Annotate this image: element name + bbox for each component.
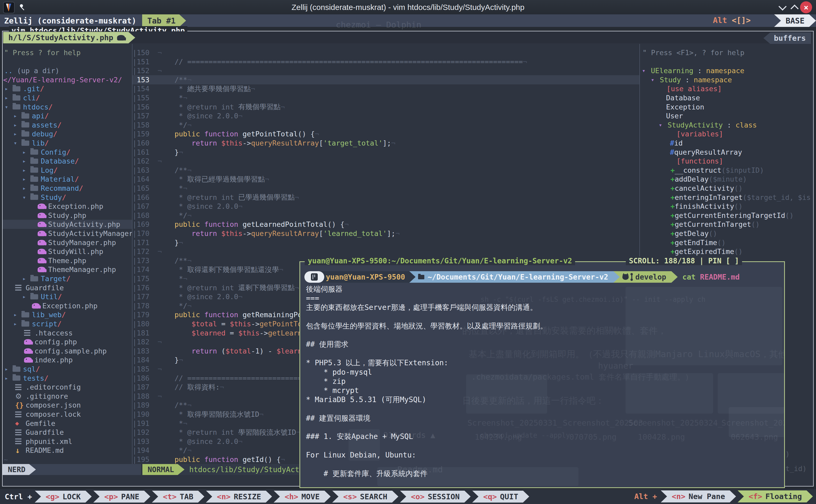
- tree-item[interactable]: composer.lock: [3, 410, 132, 419]
- code-line[interactable]: |160 return $this->queryResultArray['tar…: [132, 138, 639, 148]
- tree-item[interactable]: StudyActivity.php: [3, 220, 132, 229]
- code-line[interactable]: |154 * 總共要學幾個學習點¬: [132, 84, 639, 93]
- code-line[interactable]: |152 ¬: [132, 66, 639, 75]
- tree-item[interactable]: Guardfile: [3, 283, 132, 292]
- code-line[interactable]: |161 }¬: [132, 148, 639, 157]
- tree-item[interactable]: ▸Material/: [3, 175, 132, 184]
- tree-item[interactable]: ▸sql/: [3, 364, 132, 374]
- tree-item[interactable]: ▸script/: [3, 319, 132, 328]
- floating-terminal-pane[interactable]: sh -c "$(curl -fsLS get.chezmoi.io)" -- …: [299, 261, 785, 488]
- code-line[interactable]: |162 ¬: [132, 157, 639, 166]
- code-line[interactable]: |167 * @since 2.0.0¬: [132, 202, 639, 211]
- tree-item[interactable]: ▸Config/: [3, 148, 132, 157]
- tagbar-item[interactable]: +finishActivity(): [640, 202, 812, 211]
- tree-item[interactable]: Exception.php: [3, 202, 132, 211]
- code-line[interactable]: |171 }¬: [132, 238, 639, 247]
- tree-item[interactable]: .editorconfig: [3, 383, 132, 392]
- tree-item[interactable]: ▸Target/: [3, 274, 132, 283]
- tagbar-item[interactable]: +getCurrentInTarget(): [640, 220, 812, 229]
- code-line[interactable]: |156 * @return int 有幾個學習點¬: [132, 102, 639, 112]
- code-line[interactable]: |165 *¬: [132, 184, 639, 193]
- tree-item[interactable]: StudyWill.php: [3, 247, 132, 256]
- tree-item[interactable]: {}composer.json: [3, 401, 132, 410]
- code-line[interactable]: 153 /**¬: [132, 75, 639, 84]
- tree-item[interactable]: Exception.php: [3, 301, 132, 310]
- tagbar-item[interactable]: [use aliases]: [640, 84, 812, 93]
- php-icon: [32, 303, 42, 309]
- code-line[interactable]: |172 ¬: [132, 247, 639, 256]
- code-line[interactable]: |151 // ================================…: [132, 57, 639, 66]
- code-line[interactable]: |166 * @return int 已學過幾個學習點¬: [132, 193, 639, 202]
- tree-item[interactable]: StudyActivityManager: [3, 229, 132, 238]
- tagbar-item[interactable]: +getEndTime(): [640, 238, 812, 247]
- tree-item[interactable]: " Press ? for help: [3, 48, 132, 57]
- tagbar-item[interactable]: [functions]: [640, 157, 812, 166]
- buffer-tab[interactable]: h/l/S/StudyActivity.php: [3, 32, 135, 43]
- tagbar-item[interactable]: +cancelActivity(): [640, 184, 812, 193]
- tree-item[interactable]: ~: [3, 455, 132, 464]
- tree-item[interactable]: ▸cli/: [3, 93, 132, 102]
- terminal-body[interactable]: sh -c "$(curl -fsLS get.chezmoi.io)" -- …: [300, 262, 784, 487]
- tree-item[interactable]: Theme.php: [3, 256, 132, 265]
- code-line[interactable]: |164 * 取得已經學過幾個學習點¬: [132, 175, 639, 184]
- code-line[interactable]: |170 return $this->queryResultArray['lea…: [132, 229, 639, 238]
- tagbar-item[interactable]: +addDelay($minute): [640, 175, 812, 184]
- tree-item[interactable]: index.php: [3, 355, 132, 364]
- code-line[interactable]: |155 *¬: [132, 93, 639, 102]
- tagbar-item[interactable]: Exception: [640, 102, 812, 112]
- code-line[interactable]: |150 ¬: [132, 48, 639, 57]
- code-line[interactable]: |168 */¬: [132, 211, 639, 220]
- tree-item[interactable]: .. (up a dir): [3, 66, 132, 75]
- tree-item[interactable]: ▸assets/: [3, 120, 132, 130]
- tree-item[interactable]: ▾Study/: [3, 193, 132, 202]
- tagbar-item[interactable]: ▾StudyActivity : class: [640, 120, 812, 130]
- close-icon[interactable]: ×: [800, 1, 812, 13]
- code-line[interactable]: |163 /**¬: [132, 166, 639, 175]
- tree-item[interactable]: ▸Util/: [3, 292, 132, 301]
- tagbar-item[interactable]: +getExpiredTime(): [640, 247, 812, 256]
- code-line[interactable]: |158 */¬: [132, 120, 639, 130]
- tagbar-item[interactable]: Database: [640, 93, 812, 102]
- floating-pane-title[interactable]: yuan@Yuan-XPS-9500:~/Documents/Git/Yuan/…: [305, 257, 575, 265]
- tree-item[interactable]: Study.php: [3, 211, 132, 220]
- tree-item[interactable]: ▸lib_web/: [3, 310, 132, 319]
- tree-item[interactable]: ▾htdocs/: [3, 102, 132, 112]
- tree-item[interactable]: Guardfile: [3, 428, 132, 437]
- tree-item[interactable]: ↓README.md: [3, 446, 132, 455]
- tree-item[interactable]: ⚙.gitignore: [3, 392, 132, 401]
- tagbar-item[interactable]: #id: [640, 138, 812, 148]
- tree-item[interactable]: ◆Gemfile: [3, 419, 132, 428]
- code-line[interactable]: |159 public function getPointTotal() {¬: [132, 129, 639, 138]
- tagbar-item[interactable]: ▾UElearning : namespace: [640, 66, 812, 75]
- readme-line: 後端伺服器: [306, 285, 343, 294]
- tree-item[interactable]: ▸debug/: [3, 129, 132, 138]
- tree-item[interactable]: </Yuan/E-learning-Server-v2/: [3, 75, 132, 84]
- code-line[interactable]: |157 * @since 2.0.0¬: [132, 111, 639, 120]
- tree-item[interactable]: ▸api/: [3, 111, 132, 120]
- tab-1[interactable]: Tab #1: [142, 14, 186, 27]
- tagbar-item[interactable]: +enteringInTarget($target_id, $is: [640, 193, 812, 202]
- tagbar-item[interactable]: User: [640, 111, 812, 120]
- tree-item[interactable]: ▸Recommand/: [3, 184, 132, 193]
- tree-item[interactable]: phpunit.xml: [3, 437, 132, 446]
- tagbar-item[interactable]: +__construct($inputID): [640, 166, 812, 175]
- readme-line: For Linux Debian, Ubuntu:: [306, 450, 416, 460]
- tagbar-item[interactable]: #queryResultArray: [640, 148, 812, 157]
- tagbar-item[interactable]: ▾Study : namespace: [640, 75, 812, 84]
- tagbar-item[interactable]: [variables]: [640, 129, 812, 138]
- tree-item[interactable]: .htaccess: [3, 328, 132, 338]
- tree-item[interactable]: config.sample.php: [3, 346, 132, 356]
- tagbar-item[interactable]: " Press <F1>, ? for help: [640, 48, 812, 57]
- tagbar-item[interactable]: +getCurrentEnteringTargetId(): [640, 211, 812, 220]
- tree-item[interactable]: ▸Database/: [3, 157, 132, 166]
- tree-item[interactable]: ▸Log/: [3, 166, 132, 175]
- tree-item[interactable]: config.php: [3, 337, 132, 346]
- tree-item[interactable]: ▾lib/: [3, 138, 132, 148]
- tree-item[interactable]: StudyManager.php: [3, 238, 132, 247]
- code-line[interactable]: |169 public function getLearnedPointTota…: [132, 220, 639, 229]
- tree-item[interactable]: ThemeManager.php: [3, 265, 132, 274]
- tree-item[interactable]: ▸.git/: [3, 84, 132, 93]
- tagbar-item[interactable]: +getDelay(): [640, 229, 812, 238]
- pin-icon[interactable]: [20, 4, 23, 7]
- tree-item[interactable]: ▸tests/: [3, 374, 132, 383]
